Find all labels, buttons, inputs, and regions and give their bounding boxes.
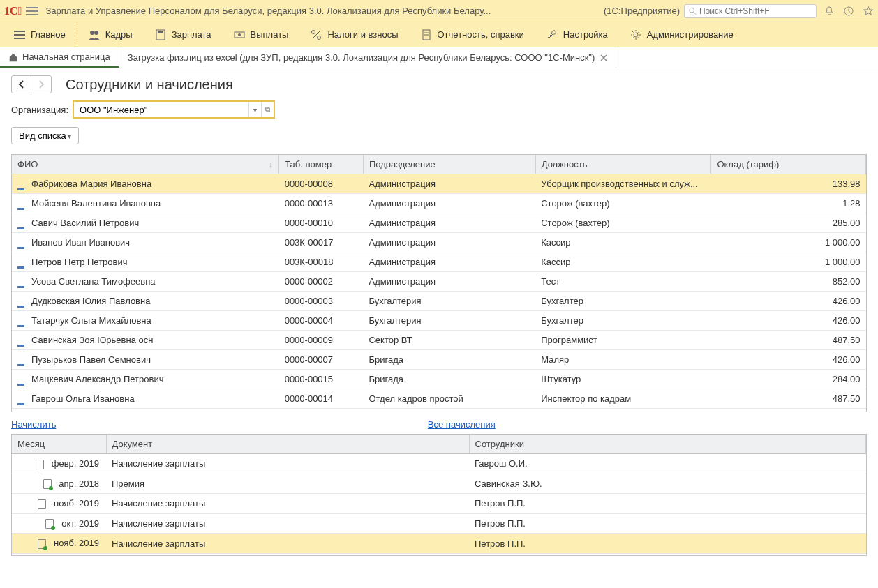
menu-label: Главное: [31, 29, 66, 40]
home-icon: [8, 52, 18, 62]
report-icon: [421, 29, 432, 40]
app-mode: (1С:Предприятие): [604, 6, 680, 16]
col-pos[interactable]: Должность: [535, 155, 711, 174]
svg-point-11: [238, 33, 241, 36]
logo-1c: 1С⃝: [4, 5, 22, 17]
table-row[interactable]: Гаврош Ольга Ивановна0000-00014Отдел кад…: [12, 389, 866, 409]
dropdown-icon[interactable]: ▾: [248, 102, 261, 117]
view-list-button[interactable]: Вид списка: [11, 127, 79, 144]
table-row[interactable]: нояб. 2019Начисление зарплатыПетров П.П.: [12, 534, 866, 554]
wrench-icon: [546, 29, 558, 40]
history-icon[interactable]: [843, 6, 854, 17]
gear-icon: [630, 29, 641, 40]
svg-point-13: [318, 36, 321, 39]
row-icon: [17, 319, 27, 324]
nav-forward[interactable]: [31, 76, 51, 93]
calc-icon: [155, 29, 166, 40]
table-row[interactable]: февр. 2019Начисление зарплатыГаврош О.И.: [12, 454, 866, 474]
hamburger-icon[interactable]: [26, 5, 38, 17]
table-row[interactable]: Савинская Зоя Юрьевна осн0000-00009Секто…: [12, 331, 866, 350]
row-icon: [17, 299, 27, 305]
col-fio[interactable]: ФИО: [12, 155, 279, 174]
close-icon[interactable]: [600, 54, 607, 61]
row-icon: [17, 202, 27, 207]
nav-back[interactable]: [12, 76, 31, 93]
row-icon: [17, 221, 27, 227]
doc-icon: [36, 460, 44, 469]
row-icon: [17, 280, 27, 285]
tab-home[interactable]: Начальная страница: [0, 47, 119, 68]
table-row[interactable]: окт. 2019Начисление зарплатыПетров П.П.: [12, 513, 866, 534]
col-sal[interactable]: Оклад (тариф): [711, 155, 866, 174]
menu-label: Настройка: [563, 29, 608, 40]
table-row[interactable]: Дудковская Юлия Павловна0000-00003Бухгал…: [12, 292, 866, 311]
nav-buttons: [11, 75, 52, 93]
star-icon[interactable]: [863, 6, 874, 17]
col-emp[interactable]: Сотрудники: [469, 435, 866, 454]
global-search[interactable]: [684, 4, 817, 18]
search-input[interactable]: [699, 6, 812, 16]
row-icon: [17, 397, 27, 402]
doc-icon: [38, 539, 46, 549]
svg-line-1: [694, 12, 696, 14]
menu-main[interactable]: Главное: [3, 22, 77, 47]
svg-point-18: [634, 33, 638, 37]
table-row[interactable]: Савич Василий Петрович0000-00010Админист…: [12, 213, 866, 233]
employees-table: ФИО Таб. номер Подразделение Должность О…: [12, 155, 866, 409]
org-input[interactable]: [74, 105, 248, 115]
svg-rect-9: [158, 31, 163, 33]
col-doc[interactable]: Документ: [106, 435, 469, 454]
table-row[interactable]: Иванов Иван Иванович003К-00017Администра…: [12, 233, 866, 252]
menu-admin[interactable]: Администрирование: [619, 22, 745, 47]
app-title: Зарплата и Управление Персоналом для Бел…: [45, 6, 600, 16]
table-row[interactable]: Петров Петр Петрович003К-00018Администра…: [12, 252, 866, 272]
top-icons: [824, 6, 874, 17]
page-header: Сотрудники и начисления: [0, 68, 878, 98]
title-bar: 1С⃝ Зарплата и Управление Персоналом для…: [0, 0, 878, 22]
table-row[interactable]: Татарчук Ольга Михайловна0000-00004Бухга…: [12, 311, 866, 331]
col-dep[interactable]: Подразделение: [363, 155, 535, 174]
menu-payments[interactable]: Выплаты: [223, 22, 300, 47]
employees-table-container[interactable]: ФИО Таб. номер Подразделение Должность О…: [11, 154, 867, 412]
table-row[interactable]: Мойсеня Валентина Ивановна0000-00013Адми…: [12, 194, 866, 213]
svg-point-6: [90, 31, 94, 35]
col-tab[interactable]: Таб. номер: [279, 155, 364, 174]
svg-rect-5: [14, 38, 25, 39]
doc-icon: [38, 499, 46, 509]
menu-label: Выплаты: [251, 29, 289, 40]
table-row[interactable]: Усова Светлана Тимофеевна0000-00002Админ…: [12, 272, 866, 292]
tab-bar: Начальная страница Загрузка физ.лиц из e…: [0, 47, 878, 68]
accrue-link[interactable]: Начислить: [11, 419, 56, 430]
table-row[interactable]: Фабрикова Мария Ивановна0000-00008Админи…: [12, 174, 866, 194]
doc-icon: [45, 519, 54, 529]
accruals-table-container[interactable]: Месяц Документ Сотрудники февр. 2019Начи…: [11, 434, 867, 556]
bars-icon: [14, 29, 25, 40]
svg-line-14: [313, 31, 320, 38]
svg-point-7: [94, 31, 98, 35]
people-icon: [89, 29, 100, 40]
menu-settings[interactable]: Настройка: [535, 22, 619, 47]
menu-reports[interactable]: Отчетность, справки: [410, 22, 535, 47]
table-row[interactable]: апр. 2018ПремияСавинская З.Ю.: [12, 474, 866, 494]
accruals-table: Месяц Документ Сотрудники февр. 2019Начи…: [12, 435, 866, 554]
table-row[interactable]: Пузырьков Павел Семнович0000-00007Бригад…: [12, 350, 866, 370]
open-icon[interactable]: ⧉: [261, 102, 274, 117]
table-row[interactable]: нояб. 2019Начисление зарплатыПетров П.П.: [12, 494, 866, 514]
menu-salary[interactable]: Зарплата: [144, 22, 223, 47]
menu-label: Отчетность, справки: [438, 29, 524, 40]
money-icon: [234, 29, 245, 40]
bell-icon[interactable]: [824, 6, 835, 17]
svg-point-0: [690, 8, 694, 13]
menu-kadry[interactable]: Кадры: [77, 22, 144, 47]
page-title: Сотрудники и начисления: [66, 77, 233, 93]
main-menu: Главное Кадры Зарплата Выплаты Налоги и …: [0, 22, 878, 47]
view-row: Вид списка: [0, 121, 878, 150]
org-select[interactable]: ▾ ⧉: [73, 100, 275, 119]
table-row[interactable]: Мацкевич Александр Петрович0000-00015Бри…: [12, 370, 866, 389]
col-month[interactable]: Месяц: [12, 435, 106, 454]
row-icon: [17, 358, 27, 363]
menu-taxes[interactable]: Налоги и взносы: [299, 22, 409, 47]
all-accruals-link[interactable]: Все начисления: [428, 419, 496, 430]
menu-label: Кадры: [105, 29, 133, 40]
tab-import[interactable]: Загрузка физ.лиц из excel (для ЗУП, реда…: [119, 47, 617, 68]
